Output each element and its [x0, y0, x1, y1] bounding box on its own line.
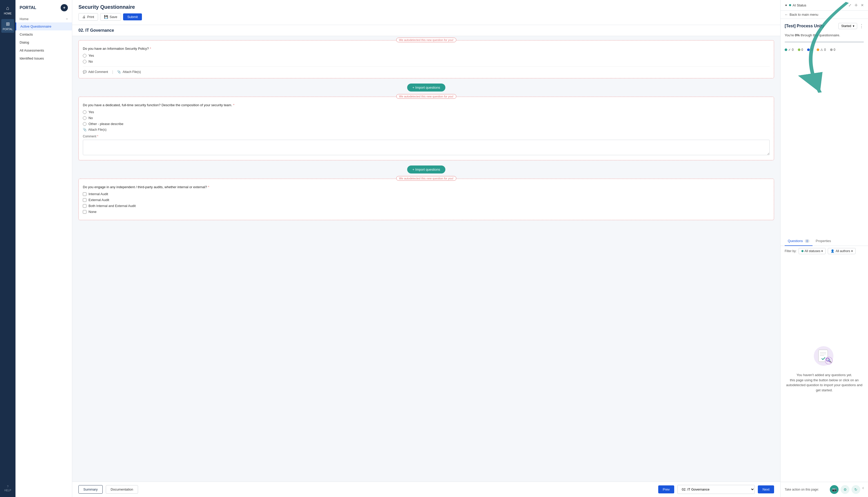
- q2-comment-textarea[interactable]: [83, 140, 770, 155]
- sidebar-item-dialog[interactable]: Dialog: [15, 39, 72, 46]
- sidebar-home-section[interactable]: Home −: [15, 15, 72, 23]
- more-options-icon[interactable]: ⋮: [859, 23, 864, 29]
- status-green: ✓ 0: [785, 48, 794, 52]
- empty-illustration: 🔍: [813, 345, 836, 368]
- q2-attach-files-button[interactable]: 📎 Attach File(s): [83, 128, 107, 131]
- back-button[interactable]: ← Back to main menu: [781, 11, 868, 19]
- chevron-down-icon-2: ▾: [821, 249, 823, 253]
- q2-radio-other[interactable]: [83, 122, 86, 126]
- sidebar-item-active-questionnaire[interactable]: Active Questionnaire: [15, 23, 72, 30]
- q1-action-row: 💬 Add Comment | 📎 Attach File(s): [83, 67, 770, 74]
- save-button[interactable]: 💾 Save: [100, 13, 121, 20]
- status-gray: 0: [830, 48, 836, 52]
- all-statuses-filter[interactable]: All statuses ▾: [799, 248, 826, 254]
- chevron-down-icon-3: ▾: [851, 249, 853, 253]
- questions-area: We autodetected this new question for yo…: [72, 36, 780, 482]
- status-blue: 0: [807, 48, 813, 52]
- user-icon: 👤: [830, 249, 835, 253]
- minus-icon: −: [66, 17, 68, 21]
- svg-text:🔍: 🔍: [827, 358, 832, 363]
- q3-option-external[interactable]: External Audit: [83, 198, 770, 202]
- panel-tabs: Questions 0 Properties: [781, 237, 868, 246]
- q1-radio-yes[interactable]: [83, 54, 86, 57]
- left-navigation: ⌂ HOME ⊞ PORTAL ? HELP: [0, 0, 15, 497]
- documentation-button[interactable]: Documentation: [106, 485, 138, 494]
- started-badge[interactable]: Started ▾: [838, 23, 857, 29]
- nav-portal[interactable]: ⊞ PORTAL: [1, 19, 14, 33]
- q2-option-yes[interactable]: Yes: [83, 110, 770, 114]
- sidebar: PORTAL + Home − Active Questionnaire Con…: [15, 0, 72, 497]
- camera-action-button[interactable]: 📷: [830, 485, 839, 494]
- q1-add-comment-button[interactable]: 💬 Add Comment: [83, 70, 108, 74]
- warning-icon: ⚠: [820, 48, 823, 52]
- q3-checkbox-none[interactable]: [83, 210, 86, 214]
- refresh-action-button[interactable]: ↻: [852, 485, 860, 494]
- sidebar-item-contacts[interactable]: Contacts: [15, 30, 72, 39]
- q3-option-both[interactable]: Both Internal and External Audit: [83, 204, 770, 208]
- q3-checkbox-external[interactable]: [83, 198, 86, 202]
- ai-icon: ✦: [785, 3, 787, 7]
- question-text-1: Do you have an Information Security Poli…: [83, 47, 770, 51]
- q3-option-none[interactable]: None: [83, 210, 770, 214]
- autodetect-badge-1: We autodetected this new question for yo…: [396, 38, 456, 42]
- prev-button[interactable]: Prev: [658, 485, 674, 493]
- sidebar-item-identified-issues[interactable]: Identified Issues: [15, 54, 72, 62]
- q1-radio-no[interactable]: [83, 60, 86, 63]
- import-container-2: + Import questions: [79, 165, 774, 174]
- q2-option-other[interactable]: Other - please describe: [83, 122, 770, 126]
- panel-title-row: [Test] Process Unity Started ▾ ⋮: [785, 23, 864, 29]
- panel-bottom: Take action on this page: 📷 ⚙ ↻ ‹: [781, 482, 868, 497]
- ai-status-label: AI Status: [793, 3, 806, 7]
- q1-attach-files-button[interactable]: 📎 Attach File(s): [117, 70, 141, 74]
- nav-help[interactable]: ? HELP: [2, 483, 13, 494]
- tab-properties[interactable]: Properties: [813, 237, 834, 246]
- status-dot-lime: [798, 48, 800, 51]
- next-button[interactable]: Next: [758, 485, 774, 493]
- status-filter-dot: [801, 250, 803, 252]
- q2-attach-row: 📎 Attach File(s): [83, 128, 770, 131]
- summary-button[interactable]: Summary: [79, 485, 103, 494]
- q2-comment-section: Comment *: [83, 134, 770, 156]
- panel-top-bar: ✦ AI Status ⤢ ✛ ✕: [781, 0, 868, 11]
- ai-status: ✦ AI Status: [785, 3, 806, 7]
- q1-option-yes[interactable]: Yes: [83, 54, 770, 57]
- q3-checkbox-both[interactable]: [83, 204, 86, 208]
- back-arrow-icon: ←: [785, 13, 788, 16]
- help-label: HELP: [4, 489, 11, 492]
- q2-radio-no[interactable]: [83, 116, 86, 120]
- move-icon[interactable]: ✛: [855, 3, 858, 7]
- nav-home[interactable]: ⌂ HOME: [2, 3, 14, 17]
- tab-questions[interactable]: Questions 0: [785, 237, 813, 246]
- filter-label: Filter by:: [785, 249, 797, 253]
- import-questions-button-1[interactable]: + Import questions: [407, 84, 445, 91]
- panel-collapse-icon[interactable]: ‹: [862, 485, 864, 494]
- sidebar-title: PORTAL: [19, 5, 37, 10]
- close-icon[interactable]: ✕: [861, 3, 864, 7]
- action-icons: 📷 ⚙ ↻ ‹: [830, 485, 864, 494]
- all-authors-filter[interactable]: 👤 All authors ▾: [828, 248, 856, 254]
- status-row: ✓ 0 0 0 ⚠ 0 0: [785, 48, 864, 52]
- attach-icon-2: 📎: [83, 128, 87, 131]
- q3-option-internal[interactable]: Internal Audit: [83, 192, 770, 196]
- settings-action-button[interactable]: ⚙: [841, 485, 850, 494]
- main-header: Security Questionnaire 🖨 Print 💾 Save Su…: [72, 0, 780, 25]
- import-questions-button-2[interactable]: + Import questions: [407, 166, 445, 173]
- q2-option-no[interactable]: No: [83, 116, 770, 120]
- attach-icon: 📎: [117, 70, 121, 74]
- section-selector[interactable]: 02. IT Governance: [677, 485, 755, 494]
- sidebar-item-all-assessments[interactable]: All Assessments: [15, 46, 72, 54]
- main-content: Security Questionnaire 🖨 Print 💾 Save Su…: [72, 0, 780, 497]
- expand-icon[interactable]: ⤢: [849, 3, 852, 7]
- toolbar: 🖨 Print 💾 Save Submit: [79, 13, 774, 20]
- home-label: HOME: [4, 12, 12, 15]
- print-button[interactable]: 🖨 Print: [79, 13, 98, 20]
- help-icon: ?: [7, 485, 9, 488]
- q3-checkbox-internal[interactable]: [83, 192, 86, 196]
- submit-button[interactable]: Submit: [123, 13, 142, 20]
- q2-radio-yes[interactable]: [83, 110, 86, 114]
- q1-option-no[interactable]: No: [83, 59, 770, 63]
- status-lime: 0: [798, 48, 803, 52]
- status-orange: ⚠ 0: [817, 48, 826, 52]
- sidebar-add-button[interactable]: +: [61, 4, 68, 11]
- portal-icon: ⊞: [6, 21, 10, 27]
